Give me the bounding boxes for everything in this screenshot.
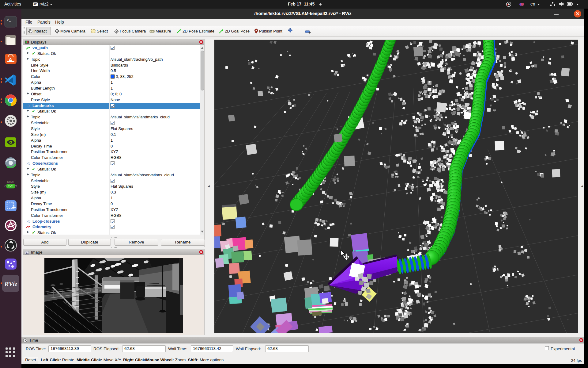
svg-text:>_: >_ [7,18,11,22]
svg-text:IOIOI: IOIOI [7,180,14,183]
svg-text:RViz: RViz [4,280,17,288]
svg-text:RV: RV [33,3,37,6]
